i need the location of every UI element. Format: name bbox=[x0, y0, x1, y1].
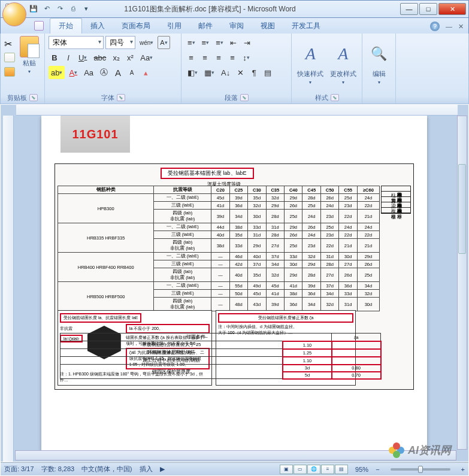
zoom-thumb[interactable] bbox=[418, 466, 423, 473]
snap-button[interactable]: ✕ bbox=[234, 66, 246, 79]
qat-undo[interactable]: ↶ bbox=[42, 4, 52, 13]
tab-view[interactable]: 视图 bbox=[252, 19, 283, 34]
close-button[interactable]: ✕ bbox=[438, 3, 466, 15]
format-painter-icon[interactable] bbox=[4, 67, 15, 77]
qat-print[interactable]: ⎙ bbox=[68, 4, 78, 13]
vertical-ruler[interactable] bbox=[3, 116, 14, 462]
clipboard-launcher[interactable]: ⬊ bbox=[29, 94, 38, 101]
tab-home[interactable]: 开始 bbox=[50, 18, 82, 34]
enclose-char-button[interactable]: Ⓐ bbox=[98, 66, 110, 79]
tab-insert[interactable]: 插入 bbox=[82, 19, 113, 34]
styles-launcher[interactable]: ⬊ bbox=[331, 94, 339, 101]
para-launcher[interactable]: ⬊ bbox=[240, 94, 249, 101]
anchorage-table: 钢筋种类 抗震等级 C20 C25 C30 C35 C40 C45 C50 C5… bbox=[58, 186, 380, 311]
status-insert[interactable]: 插入 bbox=[140, 465, 153, 474]
sort-button[interactable]: A↓ bbox=[219, 66, 232, 79]
lower-sub: 非抗震 bbox=[60, 326, 83, 332]
minimize-button[interactable]: — bbox=[400, 3, 418, 15]
vertical-scrollbar[interactable] bbox=[457, 116, 467, 450]
group-paragraph: ≡ ≡ ≡ ⇤ ⇥ ≡ ≡ ≡ ≡ ↕ ◧ ▦ A↓ ✕ ¶ ▤ 段落⬊ bbox=[181, 34, 292, 104]
font-color-button[interactable]: A bbox=[66, 66, 80, 79]
copy-icon[interactable] bbox=[4, 53, 15, 62]
view-buttons: ▣ ▭ 🌐 ≡ ▤ bbox=[280, 465, 348, 474]
tab-layout[interactable]: 页面布局 bbox=[113, 19, 159, 34]
qat-save[interactable]: 💾 bbox=[29, 4, 38, 13]
increase-indent-button[interactable]: ⇥ bbox=[241, 36, 253, 49]
font-size-combo[interactable]: 四号 bbox=[105, 36, 135, 49]
line-spacing-button[interactable]: ↕ bbox=[240, 51, 252, 64]
italic-button[interactable]: I bbox=[62, 51, 74, 64]
subscript-button[interactable]: x₂ bbox=[110, 51, 122, 64]
status-lang[interactable]: 中文(简体，中国) bbox=[81, 465, 132, 474]
numbering-button[interactable]: ≡ bbox=[199, 36, 212, 49]
zh-note: 注：中间时按内插值。d 为锚固钢筋直径。 bbox=[218, 324, 353, 330]
borders-button[interactable]: ▦ bbox=[202, 66, 217, 79]
change-case-button[interactable]: Aa bbox=[138, 51, 155, 64]
maximize-button[interactable]: □ bbox=[419, 3, 437, 15]
group-font: 宋体 四号 wén A B I U abc x₂ x² Aa ab A Aa Ⓐ… bbox=[45, 34, 181, 104]
lower-title: 受拉钢筋锚固长度 la、抗震锚固长度 laE bbox=[60, 313, 141, 323]
view-full-screen[interactable]: ▭ bbox=[293, 465, 307, 474]
align-right-button[interactable]: ≡ bbox=[213, 51, 225, 64]
status-words[interactable]: 字数: 8,283 bbox=[41, 465, 75, 474]
horizontal-ruler[interactable] bbox=[16, 105, 458, 116]
strike-button[interactable]: abc bbox=[91, 51, 108, 64]
th-c40: C40 bbox=[285, 186, 302, 194]
paste-label: 粘贴 bbox=[23, 59, 36, 68]
tab-dev[interactable]: 开发工具 bbox=[283, 19, 329, 34]
font-name-combo[interactable]: 宋体 bbox=[49, 36, 104, 49]
align-left-button[interactable]: ≡ bbox=[185, 51, 197, 64]
status-page[interactable]: 页面: 3/17 bbox=[4, 465, 34, 474]
bullets-button[interactable]: ≡ bbox=[185, 36, 198, 49]
change-styles-button[interactable]: A 更改样式▾ bbox=[328, 36, 359, 93]
align-center-button[interactable]: ≡ bbox=[199, 51, 211, 64]
view-web[interactable]: 🌐 bbox=[307, 465, 320, 474]
paste-button[interactable]: 粘贴 ▾ bbox=[17, 36, 41, 93]
tab-mail[interactable]: 邮件 bbox=[190, 19, 221, 34]
bold-button[interactable]: B bbox=[49, 51, 60, 64]
th-c25: C25 bbox=[229, 186, 247, 194]
qat-more[interactable]: ▾ bbox=[81, 4, 91, 13]
align-justify-button[interactable]: ≡ bbox=[226, 51, 238, 64]
zoom-slider[interactable] bbox=[391, 468, 450, 471]
edit-find-button[interactable]: 🔍 编辑▾ bbox=[366, 36, 392, 93]
char-case-button[interactable]: Aa bbox=[81, 66, 96, 79]
show-marks-button[interactable]: ¶ bbox=[248, 66, 260, 79]
watermark: AI资讯网 bbox=[389, 442, 451, 458]
char-border-button[interactable]: A bbox=[158, 36, 170, 49]
quick-styles-button[interactable]: A 快速样式▾ bbox=[295, 36, 326, 93]
grow-font-button[interactable]: A bbox=[112, 66, 124, 79]
close-doc-icon[interactable]: ✕ bbox=[458, 23, 464, 31]
status-macro-icon[interactable]: ▶ bbox=[160, 465, 165, 473]
phonetic-guide-button[interactable]: wén bbox=[137, 36, 156, 49]
zoom-out[interactable]: − bbox=[376, 466, 379, 473]
multilevel-button[interactable]: ≡ bbox=[213, 36, 226, 49]
decrease-indent-button[interactable]: ⇤ bbox=[228, 36, 240, 49]
th-c30: C30 bbox=[248, 186, 266, 194]
zoom-in[interactable]: + bbox=[461, 466, 465, 473]
qat-redo[interactable]: ↷ bbox=[55, 4, 65, 13]
help-icon[interactable]: ? bbox=[430, 22, 440, 31]
view-draft[interactable]: ▤ bbox=[335, 465, 348, 474]
status-bar: 页面: 3/17 字数: 8,283 中文(简体，中国) 插入 ▶ ▣ ▭ 🌐 … bbox=[1, 462, 468, 475]
view-outline[interactable]: ≡ bbox=[321, 465, 334, 474]
scan-title: 受拉钢筋基本锚固长度 lab、labE bbox=[161, 168, 254, 179]
group-clipboard: ✂ 粘贴 ▾ 剪贴板⬊ bbox=[1, 34, 45, 104]
scanned-table-image: 受拉钢筋基本锚固长度 lab、labE 混凝土强度等级 钢筋种类 抗震等级 C2… bbox=[55, 163, 414, 390]
underline-button[interactable]: U bbox=[76, 51, 89, 64]
zoom-value[interactable]: 95% bbox=[355, 466, 368, 473]
office-button[interactable] bbox=[2, 2, 26, 26]
cut-icon[interactable]: ✂ bbox=[4, 38, 15, 48]
clear-format-button[interactable]: ▴ bbox=[140, 66, 152, 79]
shrink-font-button[interactable]: A bbox=[126, 66, 138, 79]
grid-button[interactable]: ▤ bbox=[262, 66, 274, 79]
tab-review[interactable]: 审阅 bbox=[221, 19, 252, 34]
superscript-button[interactable]: x² bbox=[124, 51, 136, 64]
tab-ref[interactable]: 引用 bbox=[159, 19, 190, 34]
vscroll-thumb[interactable] bbox=[458, 164, 466, 254]
font-launcher[interactable]: ⬊ bbox=[117, 94, 125, 101]
shading-button[interactable]: ◧ bbox=[185, 66, 200, 79]
view-print-layout[interactable]: ▣ bbox=[280, 465, 293, 474]
minimize-ribbon-icon[interactable]: — bbox=[446, 23, 452, 30]
highlight-button[interactable]: ab bbox=[49, 66, 65, 79]
